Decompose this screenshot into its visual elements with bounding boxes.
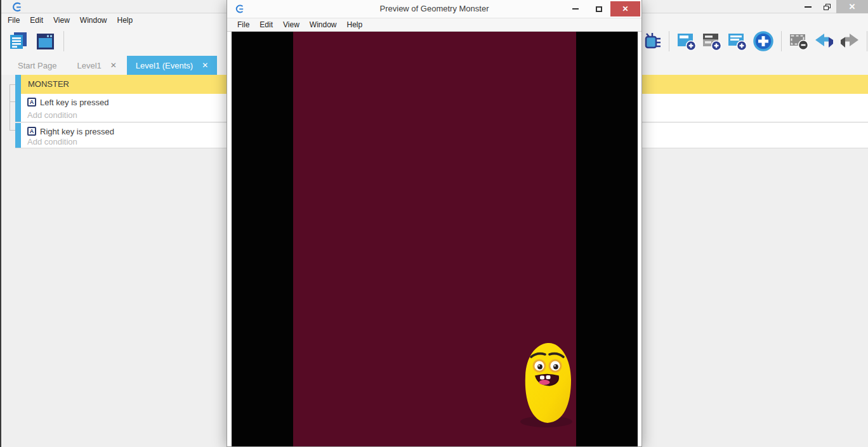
menu-help[interactable]: Help [112,14,138,27]
preview-close-button[interactable]: ✕ [610,1,640,16]
menu-edit[interactable]: Edit [25,14,48,27]
toolbar-separator [669,31,669,51]
condition-text[interactable]: Right key is pressed [40,127,114,136]
keyboard-key-icon: A [27,127,36,136]
preview-minimize-button[interactable] [563,1,587,16]
tab-level1[interactable]: Level1 ✕ [67,56,126,75]
add-event-button[interactable] [676,30,697,52]
tab-label: Level1 [77,61,101,70]
add-condition-link[interactable]: Add condition [27,137,77,146]
open-events-editor-icon[interactable] [8,30,29,52]
menu-view[interactable]: View [48,14,75,27]
tab-close-icon[interactable]: ✕ [110,61,117,70]
preview-menu-view[interactable]: View [278,18,305,31]
delete-selection-button[interactable] [788,30,810,52]
preview-menu-file[interactable]: File [232,18,254,31]
preview-window: Preview of Geometry Monster ✕ File Edit … [227,0,642,447]
toolbar-separator [781,31,782,51]
event-drag-handle[interactable] [15,94,21,122]
preview-title-bar[interactable]: Preview of Geometry Monster ✕ [227,0,641,18]
tab-close-icon[interactable]: ✕ [202,61,208,70]
redo-button[interactable] [839,32,860,51]
open-scene-editor-icon[interactable] [34,30,56,52]
restore-button[interactable] [817,0,836,13]
add-condition-link[interactable]: Add condition [27,110,77,120]
event-drag-handle[interactable] [15,123,21,148]
comment-text: MONSTER [28,75,69,94]
preview-menu-window[interactable]: Window [305,18,342,31]
menu-file[interactable]: File [3,14,25,27]
monster-character [518,340,577,429]
preview-maximize-button[interactable] [587,1,610,16]
toolbar-separator [867,31,867,51]
undo-button[interactable] [813,32,835,51]
add-sub-event-button[interactable] [701,30,723,52]
game-viewport[interactable] [232,32,638,446]
tab-label: Level1 (Events) [136,61,193,70]
tab-start-page[interactable]: Start Page [8,56,67,75]
toolbar-separator [63,31,64,51]
gdevelop-logo-icon [11,1,23,13]
event-drag-handle[interactable] [15,75,21,94]
debugger-icon[interactable] [643,31,662,51]
close-button[interactable]: ✕ [836,0,868,13]
preview-menu-help[interactable]: Help [342,18,368,31]
menu-window[interactable]: Window [75,14,112,27]
condition-text[interactable]: Left key is pressed [40,98,109,107]
add-comment-button[interactable] [727,30,748,52]
add-other-event-button[interactable] [752,30,775,53]
preview-menu-bar: File Edit View Window Help [227,18,641,32]
tab-level1-events[interactable]: Level1 (Events) ✕ [127,56,217,75]
keyboard-key-icon: A [27,98,36,107]
tab-label: Start Page [18,61,56,70]
restore-icon [824,4,831,10]
minimize-button[interactable] [798,0,817,13]
preview-menu-edit[interactable]: Edit [254,18,278,31]
